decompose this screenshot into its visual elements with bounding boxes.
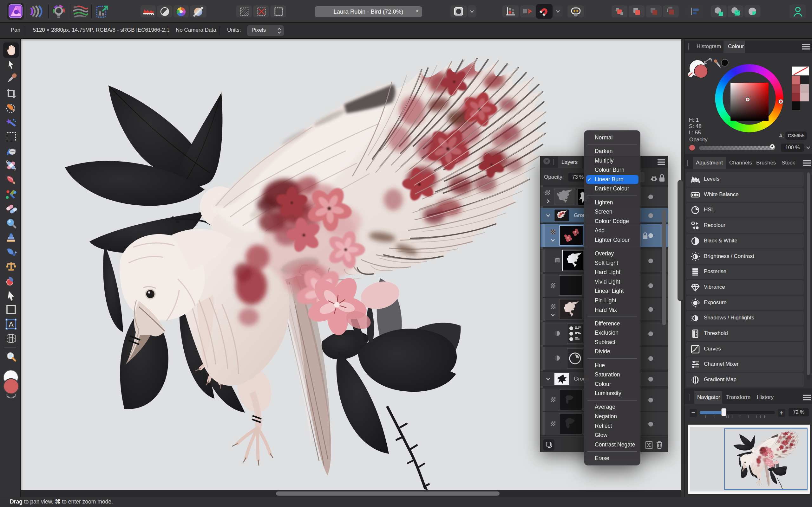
svg-text:A: A <box>9 320 14 328</box>
